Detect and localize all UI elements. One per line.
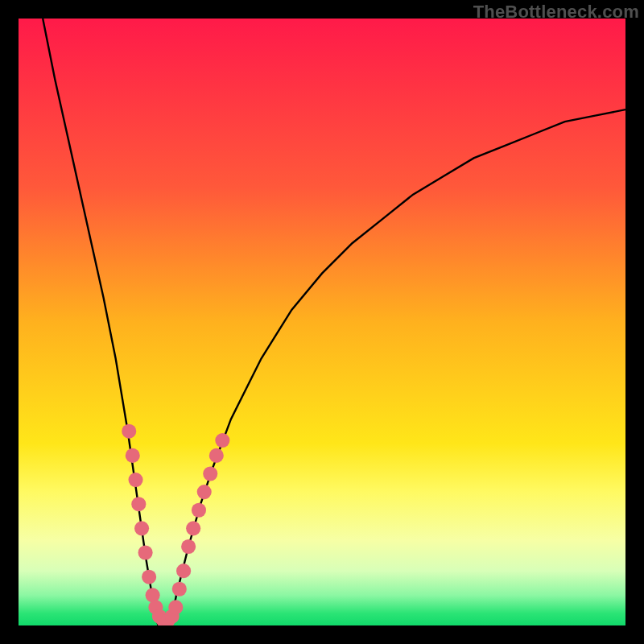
data-point xyxy=(138,545,153,559)
data-point xyxy=(192,503,206,518)
data-point xyxy=(203,466,217,481)
data-point xyxy=(146,588,160,602)
data-point xyxy=(209,448,224,463)
data-point xyxy=(134,521,149,535)
data-point xyxy=(126,448,140,463)
data-point xyxy=(215,433,229,448)
data-point xyxy=(168,600,183,614)
gradient-background xyxy=(19,19,625,625)
data-point xyxy=(186,521,200,535)
data-point xyxy=(197,485,212,499)
data-point xyxy=(122,424,136,439)
data-point xyxy=(142,570,156,584)
chart-frame xyxy=(19,19,625,625)
chart-svg xyxy=(19,19,625,625)
watermark-text: TheBottleneck.com xyxy=(473,2,639,23)
data-point xyxy=(131,497,146,511)
data-point xyxy=(181,539,196,554)
data-point xyxy=(176,564,191,578)
data-point xyxy=(128,473,142,487)
data-point xyxy=(172,582,187,597)
